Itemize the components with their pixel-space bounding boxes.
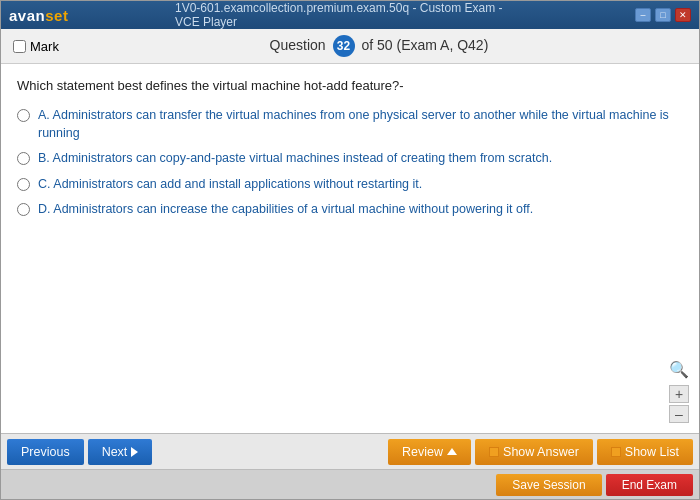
zoom-out-button[interactable]: – [669, 405, 689, 423]
answer-option-b[interactable]: B. Administrators can copy-and-paste vir… [17, 150, 683, 168]
content-area: Which statement best defines the virtual… [1, 64, 699, 433]
end-exam-button[interactable]: End Exam [606, 474, 693, 496]
answer-option-d[interactable]: D. Administrators can increase the capab… [17, 201, 683, 219]
question-label: Question [270, 37, 326, 53]
radio-d[interactable] [17, 203, 30, 216]
answer-options: A. Administrators can transfer the virtu… [17, 107, 683, 219]
show-list-button[interactable]: Show List [597, 439, 693, 465]
window-title: 1V0-601.examcollection.premium.exam.50q … [175, 1, 525, 29]
action-bar: Save Session End Exam [1, 469, 699, 499]
answer-label-a[interactable]: A. Administrators can transfer the virtu… [38, 107, 683, 142]
mark-checkbox[interactable] [13, 40, 26, 53]
review-button[interactable]: Review [388, 439, 471, 465]
show-list-group: Show List [597, 439, 693, 465]
next-button[interactable]: Next [88, 439, 153, 465]
zoom-controls: 🔍 + – [669, 360, 689, 423]
next-arrow-icon [131, 447, 138, 457]
title-bar-left: avanset [9, 7, 68, 24]
navigation-bar: Previous Next Review Show Answer Show Li… [1, 433, 699, 469]
save-session-label: Save Session [512, 478, 585, 492]
window-controls: – □ ✕ [635, 8, 691, 22]
exam-info: (Exam A, Q42) [396, 37, 488, 53]
close-button[interactable]: ✕ [675, 8, 691, 22]
show-answer-label: Show Answer [503, 445, 579, 459]
radio-c[interactable] [17, 178, 30, 191]
next-label: Next [102, 445, 128, 459]
review-arrow-icon [447, 448, 457, 455]
maximize-button[interactable]: □ [655, 8, 671, 22]
answer-label-c[interactable]: C. Administrators can add and install ap… [38, 176, 422, 194]
mark-label[interactable]: Mark [30, 39, 59, 54]
main-window: avanset 1V0-601.examcollection.premium.e… [0, 0, 700, 500]
end-exam-label: End Exam [622, 478, 677, 492]
question-info: Question 32 of 50 (Exam A, Q42) [71, 35, 687, 57]
app-logo: avanset [9, 7, 68, 24]
previous-label: Previous [21, 445, 70, 459]
show-list-label: Show List [625, 445, 679, 459]
title-bar: avanset 1V0-601.examcollection.premium.e… [1, 1, 699, 29]
zoom-in-button[interactable]: + [669, 385, 689, 403]
answer-option-c[interactable]: C. Administrators can add and install ap… [17, 176, 683, 194]
previous-button[interactable]: Previous [7, 439, 84, 465]
radio-a[interactable] [17, 109, 30, 122]
show-answer-icon [489, 447, 499, 457]
search-icon[interactable]: 🔍 [669, 360, 689, 379]
question-header: Mark Question 32 of 50 (Exam A, Q42) [1, 29, 699, 64]
minimize-button[interactable]: – [635, 8, 651, 22]
question-total: of 50 [361, 37, 392, 53]
question-number-badge: 32 [333, 35, 355, 57]
mark-container[interactable]: Mark [13, 39, 59, 54]
answer-label-b[interactable]: B. Administrators can copy-and-paste vir… [38, 150, 552, 168]
show-list-icon [611, 447, 621, 457]
save-session-button[interactable]: Save Session [496, 474, 601, 496]
review-label: Review [402, 445, 443, 459]
review-button-group: Review [388, 439, 471, 465]
answer-option-a[interactable]: A. Administrators can transfer the virtu… [17, 107, 683, 142]
radio-b[interactable] [17, 152, 30, 165]
show-answer-group: Show Answer [475, 439, 593, 465]
question-text: Which statement best defines the virtual… [17, 78, 683, 93]
show-answer-button[interactable]: Show Answer [475, 439, 593, 465]
answer-label-d[interactable]: D. Administrators can increase the capab… [38, 201, 533, 219]
